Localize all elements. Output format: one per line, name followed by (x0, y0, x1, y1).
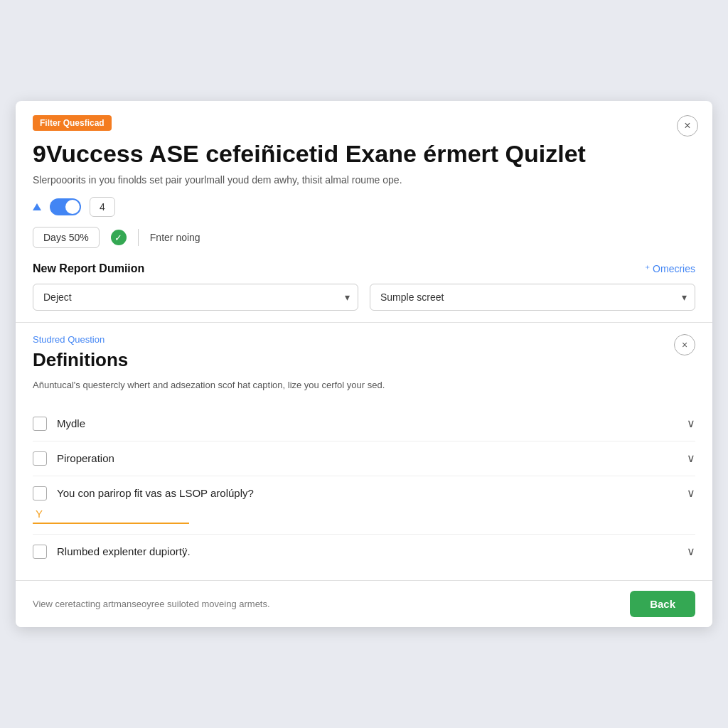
checklist-item-2: You con parirор fit vas as LSOP arolúply… (33, 476, 695, 535)
item-label-0: Mydle (57, 417, 687, 429)
fnter-label: Fnter noing (150, 232, 200, 243)
days-badge[interactable]: Days 50% (33, 227, 100, 248)
modal-title: 9Vuccess ASE cefeiñicetid Exane érmert Q… (33, 139, 695, 168)
filter-badge[interactable]: Filter Quesficad (33, 115, 112, 131)
chevron-down-icon-3[interactable]: ∨ (687, 545, 695, 558)
toggle-up-icon (33, 203, 41, 210)
check-circle-icon: ✓ (111, 230, 127, 245)
answer-input-2[interactable] (33, 505, 189, 524)
definitions-header-left: Studred Question Definitions (33, 334, 128, 378)
checkbox-0[interactable] (33, 417, 47, 431)
chevron-down-icon-2[interactable]: ∨ (687, 486, 695, 500)
checklist-item-3: Rlumbed explenter dupiortÿ. ∨ (33, 535, 695, 569)
status-row: Days 50% ✓ Fnter noing (33, 227, 695, 248)
checkbox-1[interactable] (33, 451, 47, 466)
item-label-1: Piroperation (57, 452, 687, 464)
modal-footer: View ceretacting artmanseoyree suiloted … (16, 580, 712, 627)
modal-header: Filter Quesficad × 9Vuccess ASE cefeiñic… (16, 101, 712, 248)
close-top-button[interactable]: × (677, 115, 698, 136)
dropdown1-select[interactable]: Deject (33, 284, 358, 311)
item-label-3: Rlumbed explenter dupiortÿ. (57, 545, 687, 557)
definitions-header-row: Studred Question Definitions × (33, 334, 695, 378)
checklist-container: Mydle ∨ Piroperation ∨ You con parirор f… (33, 407, 695, 569)
toggle-switch[interactable] (50, 198, 81, 215)
checkbox-2[interactable] (33, 486, 47, 500)
toggle-row: 4 (33, 197, 695, 217)
dropdown2-wrap: Sumple screet ▾ (370, 284, 695, 311)
footer-text: View ceretacting artmanseoyree suiloted … (33, 599, 270, 609)
vertical-divider (138, 229, 139, 246)
report-header: New Report Dumiion ⁺ Omecries (33, 262, 695, 275)
back-button[interactable]: Back (630, 591, 695, 617)
dropdown2-select[interactable]: Sumple screet (370, 284, 695, 311)
report-title: New Report Dumiion (33, 262, 144, 275)
dropdown1-wrap: Deject ▾ (33, 284, 358, 311)
checklist-item-0: Mydle ∨ (33, 407, 695, 441)
modal-container: Filter Quesficad × 9Vuccess ASE cefeiñic… (16, 101, 712, 626)
dropdowns-row: Deject ▾ Sumple screet ▾ (33, 284, 695, 311)
definitions-desc: Añuntucal's questercly whert and adsezat… (33, 378, 695, 392)
chevron-down-icon-1[interactable]: ∨ (687, 451, 695, 465)
definitions-section: Studred Question Definitions × Añuntucal… (16, 323, 712, 580)
item-label-2: You con parirор fit vas as LSOP arolúply… (57, 487, 687, 499)
item-top-row-2: You con parirор fit vas as LSOP arolúply… (33, 486, 695, 500)
checklist-item-1: Piroperation ∨ (33, 441, 695, 476)
chevron-down-icon-0[interactable]: ∨ (687, 417, 695, 430)
section-close-button[interactable]: × (674, 334, 695, 355)
report-section: New Report Dumiion ⁺ Omecries Deject ▾ S… (16, 262, 712, 322)
number-badge: 4 (90, 197, 115, 217)
checkbox-3[interactable] (33, 545, 47, 559)
definitions-title: Definitions (33, 349, 128, 371)
studied-label: Studred Question (33, 334, 128, 345)
omecries-link[interactable]: ⁺ Omecries (645, 263, 695, 274)
modal-subtitle: Slerpooorits in you finolds set pair you… (33, 174, 695, 186)
